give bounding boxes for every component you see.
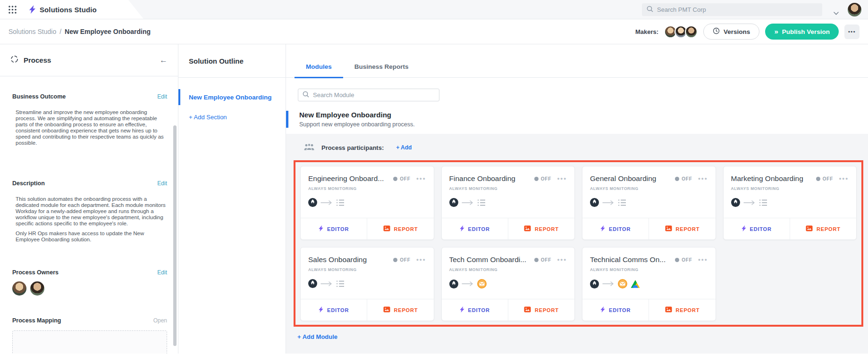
editor-button[interactable]: EDITOR xyxy=(301,218,367,239)
process-panel-title: Process xyxy=(24,56,51,64)
module-status-label: OFF xyxy=(541,257,551,263)
modules-area: Process participants: + Add Engineering … xyxy=(286,134,868,354)
outline-item-new-employee-onboarding[interactable]: New Employee Onboarding xyxy=(178,90,286,104)
process-owners-heading: Process Owners xyxy=(12,269,59,276)
business-outcome-edit-link[interactable]: Edit xyxy=(157,93,167,100)
report-button-label: REPORT xyxy=(394,226,418,232)
module-status-label: OFF xyxy=(823,176,833,181)
report-button[interactable]: REPORT xyxy=(790,218,856,239)
flame-icon xyxy=(308,198,317,207)
lightning-icon xyxy=(319,306,323,313)
module-menu-button[interactable]: ●●● xyxy=(839,176,849,181)
report-icon xyxy=(383,306,390,313)
report-button[interactable]: REPORT xyxy=(508,299,574,321)
owner-avatar[interactable] xyxy=(30,281,44,296)
module-menu-button[interactable]: ●●● xyxy=(698,176,708,181)
drive-icon xyxy=(631,280,640,288)
module-status: OFF xyxy=(811,176,833,181)
module-integrations xyxy=(449,198,567,207)
description-edit-link[interactable]: Edit xyxy=(157,180,167,187)
publish-version-button[interactable]: » Publish Version xyxy=(765,24,839,40)
editor-button[interactable]: EDITOR xyxy=(582,299,649,321)
breadcrumb-parent[interactable]: Solutions Studio xyxy=(8,28,56,35)
module-monitoring-label: ALWAYS MONITORING xyxy=(449,186,567,191)
versions-button[interactable]: Versions xyxy=(703,24,759,40)
flame-icon xyxy=(449,198,458,207)
lightning-icon xyxy=(319,225,323,232)
add-module-link[interactable]: + Add Module xyxy=(297,333,868,340)
global-search[interactable] xyxy=(642,3,822,16)
global-search-input[interactable] xyxy=(657,6,817,13)
module-menu-button[interactable]: ●●● xyxy=(416,176,426,181)
module-status: OFF xyxy=(670,257,692,263)
chevron-down-icon[interactable] xyxy=(834,8,839,17)
maker-avatar[interactable] xyxy=(685,25,698,38)
process-mapping-open-link[interactable]: Open xyxy=(153,317,167,324)
add-participant-link[interactable]: + Add xyxy=(396,144,412,151)
editor-button[interactable]: EDITOR xyxy=(301,299,367,321)
module-card[interactable]: Marketing Onboarding OFF ●●● ALWAYS MONI… xyxy=(723,166,857,240)
editor-button[interactable]: EDITOR xyxy=(724,218,790,239)
module-card-footer: EDITOR REPORT xyxy=(582,218,716,239)
tab-business-reports[interactable]: Business Reports xyxy=(343,63,420,78)
report-button-label: REPORT xyxy=(535,226,559,232)
flame-icon xyxy=(731,198,740,207)
process-owners-avatars xyxy=(12,281,167,296)
editor-button[interactable]: EDITOR xyxy=(442,218,508,239)
email-icon xyxy=(618,279,627,288)
collapse-panel-arrow-icon[interactable]: ← xyxy=(160,56,168,64)
arrow-icon xyxy=(462,200,474,206)
lightning-icon xyxy=(460,306,464,313)
report-button[interactable]: REPORT xyxy=(508,218,574,239)
module-menu-button[interactable]: ●●● xyxy=(557,257,567,262)
module-card[interactable]: Engineering Onboard... OFF ●●● ALWAYS MO… xyxy=(300,166,434,240)
topbar: Solutions Studio xyxy=(0,0,868,19)
breadcrumb-separator: / xyxy=(59,28,61,35)
module-search[interactable] xyxy=(298,89,439,101)
description-text-2: Only HR Ops makers have access to update… xyxy=(16,231,167,243)
module-card[interactable]: Sales Onboarding OFF ●●● ALWAYS MONITORI… xyxy=(300,247,434,321)
flame-icon xyxy=(590,280,599,288)
owner-avatar[interactable] xyxy=(12,281,26,296)
module-integrations xyxy=(308,198,426,207)
process-mapping-preview[interactable] xyxy=(12,330,167,354)
module-menu-button[interactable]: ●●● xyxy=(698,257,708,262)
lightning-logo-icon xyxy=(29,5,35,14)
report-button[interactable]: REPORT xyxy=(649,218,715,239)
process-owners-edit-link[interactable]: Edit xyxy=(157,269,167,276)
module-card[interactable]: Technical Comms On... OFF ●●● ALWAYS MON… xyxy=(582,247,716,321)
editor-button[interactable]: EDITOR xyxy=(582,218,649,239)
report-icon xyxy=(524,225,531,232)
module-card[interactable]: General Onboarding OFF ●●● ALWAYS MONITO… xyxy=(582,166,716,240)
module-integrations xyxy=(308,279,426,288)
module-card[interactable]: Finance Onboarding OFF ●●● ALWAYS MONITO… xyxy=(441,166,575,240)
editor-button[interactable]: EDITOR xyxy=(442,299,508,321)
module-status: OFF xyxy=(388,257,410,263)
more-options-button[interactable]: ••• xyxy=(844,25,860,39)
module-card[interactable]: Tech Comm Onboardi... OFF ●●● ALWAYS MON… xyxy=(441,247,575,321)
app-grid-icon[interactable] xyxy=(8,5,17,14)
header-actions: Makers: Versions » Publish Version ••• xyxy=(635,24,860,40)
content-row: Process ← Business Outcome Edit Streamli… xyxy=(0,44,868,354)
module-menu-button[interactable]: ●●● xyxy=(416,257,426,262)
add-section-link[interactable]: + Add Section xyxy=(178,114,286,121)
tab-modules[interactable]: Modules xyxy=(295,63,343,78)
report-button[interactable]: REPORT xyxy=(649,299,715,321)
list-icon xyxy=(477,199,486,206)
module-monitoring-label: ALWAYS MONITORING xyxy=(590,267,708,272)
breadcrumb: Solutions Studio / New Employee Onboardi… xyxy=(8,28,151,35)
lightning-icon xyxy=(460,225,464,232)
report-button[interactable]: REPORT xyxy=(367,218,433,239)
report-button[interactable]: REPORT xyxy=(367,299,433,321)
user-avatar[interactable] xyxy=(848,3,861,16)
status-dot-icon xyxy=(816,177,820,181)
module-monitoring-label: ALWAYS MONITORING xyxy=(449,267,567,272)
panel-scrollbar[interactable] xyxy=(173,125,177,346)
arrow-icon xyxy=(743,200,756,206)
module-title: Finance Onboarding xyxy=(449,174,515,183)
status-dot-icon xyxy=(675,177,679,181)
report-icon xyxy=(524,306,531,313)
module-menu-button[interactable]: ●●● xyxy=(557,176,567,181)
editor-button-label: EDITOR xyxy=(327,307,349,313)
module-search-input[interactable] xyxy=(313,91,435,99)
